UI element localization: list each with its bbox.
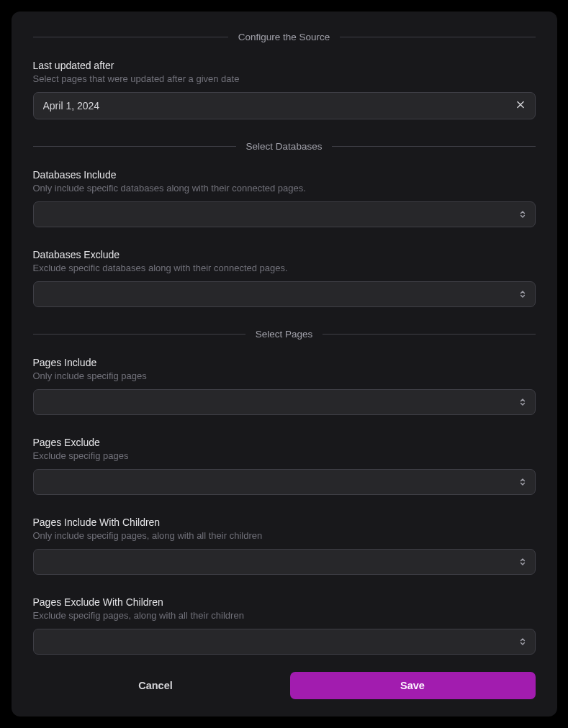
clear-date-button[interactable] [513, 97, 528, 115]
field-desc: Only include specifig pages [33, 370, 536, 381]
field-desc: Only include specific databases along wi… [33, 183, 536, 194]
field-pages-include: Pages Include Only include specifig page… [33, 357, 536, 415]
section-divider-databases: Select Databases [33, 141, 536, 152]
section-label-databases: Select Databases [236, 141, 333, 152]
pages-include-children-select[interactable] [33, 549, 536, 575]
divider-line [323, 334, 535, 335]
source-configure-modal: Configure the Source Last updated after … [12, 12, 557, 716]
field-title: Pages Include [33, 357, 536, 368]
field-databases-include: Databases Include Only include specific … [33, 169, 536, 227]
input-wrap [33, 92, 536, 119]
field-pages-exclude: Pages Exclude Exclude specifig pages [33, 437, 536, 495]
field-title: Last updated after [33, 60, 536, 71]
field-desc: Exclude specific databases along with th… [33, 263, 536, 273]
field-pages-include-children: Pages Include With Children Only include… [33, 517, 536, 575]
divider-line [33, 334, 245, 335]
divider-line [33, 37, 228, 37]
field-desc: Only include specifig pages, along with … [33, 530, 536, 541]
field-desc: Exclude specifig pages, along with all t… [33, 610, 536, 621]
cancel-button[interactable]: Cancel [33, 672, 279, 699]
divider-line [332, 146, 535, 147]
input-wrap [33, 549, 536, 575]
input-wrap [33, 469, 536, 495]
pages-exclude-children-select[interactable] [33, 629, 536, 655]
input-wrap [33, 281, 536, 307]
save-button[interactable]: Save [290, 672, 536, 699]
last-updated-input[interactable] [33, 92, 536, 119]
modal-footer: Cancel Save [33, 672, 536, 699]
field-pages-exclude-children: Pages Exclude With Children Exclude spec… [33, 596, 536, 655]
close-icon [515, 100, 526, 112]
field-title: Pages Exclude [33, 437, 536, 448]
field-desc: Exclude specifig pages [33, 450, 536, 461]
section-label-configure: Configure the Source [228, 32, 341, 42]
field-desc: Select pages that were updated after a g… [33, 73, 536, 84]
databases-exclude-select[interactable] [33, 281, 536, 307]
section-label-pages: Select Pages [245, 329, 323, 340]
divider-line [33, 146, 236, 147]
field-title: Databases Exclude [33, 249, 536, 260]
field-title: Pages Include With Children [33, 517, 536, 528]
section-divider-pages: Select Pages [33, 329, 536, 340]
section-divider-configure: Configure the Source [33, 32, 536, 42]
field-databases-exclude: Databases Exclude Exclude specific datab… [33, 249, 536, 307]
field-title: Pages Exclude With Children [33, 596, 536, 608]
field-title: Databases Include [33, 169, 536, 181]
divider-line [340, 37, 535, 37]
input-wrap [33, 629, 536, 655]
input-wrap [33, 389, 536, 415]
databases-include-select[interactable] [33, 201, 536, 227]
pages-include-select[interactable] [33, 389, 536, 415]
input-wrap [33, 201, 536, 227]
field-last-updated: Last updated after Select pages that wer… [33, 60, 536, 119]
pages-exclude-select[interactable] [33, 469, 536, 495]
